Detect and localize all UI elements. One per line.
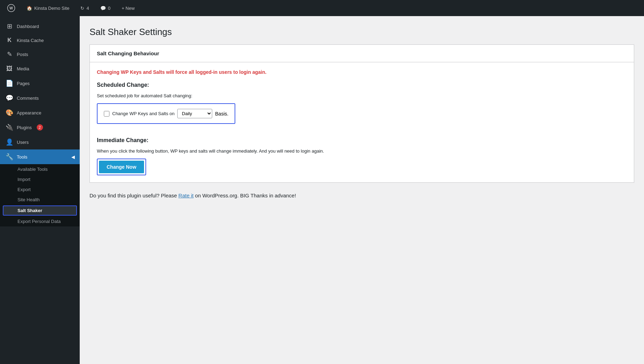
scheduled-checkbox-label: Change WP Keys and Salts on (112, 111, 174, 116)
home-icon: 🏠 (27, 6, 32, 11)
change-now-button[interactable]: Change Now (99, 161, 144, 173)
submenu-export-personal-data[interactable]: Export Personal Data (0, 216, 80, 226)
submenu-export[interactable]: Export (0, 184, 80, 195)
sidebar-item-appearance[interactable]: 🎨 Appearance (0, 105, 80, 120)
sidebar-label-users: Users (17, 140, 29, 145)
submenu-site-health[interactable]: Site Health (0, 195, 80, 205)
sidebar: ⊞ Dashboard K Kinsta Cache ✎ Posts 🖼 Med… (0, 16, 80, 364)
dashboard-icon: ⊞ (6, 22, 13, 30)
wp-logo-button[interactable]: W (4, 2, 18, 14)
tools-submenu: Available Tools Import Export Site Healt… (0, 164, 80, 226)
footer-text-2: on WordPress.org. BIG Thanks in advance! (194, 192, 296, 198)
updates-icon: ↻ (80, 6, 84, 11)
new-label: + New (122, 6, 135, 11)
sidebar-item-plugins[interactable]: 🔌 Plugins 2 (0, 120, 80, 135)
tools-icon: 🔧 (6, 153, 13, 161)
sidebar-label-posts: Posts (17, 52, 28, 57)
frequency-select[interactable]: Daily Weekly Monthly (177, 109, 212, 118)
scheduled-desc: Set scheduled job for automated Salt cha… (97, 93, 627, 98)
site-name-button[interactable]: 🏠 Kinsta Demo Site (24, 4, 72, 12)
posts-icon: ✎ (6, 50, 13, 58)
comments-sidebar-icon: 💬 (6, 94, 13, 102)
comments-count: 0 (108, 6, 110, 11)
plugins-badge: 2 (37, 124, 43, 131)
svg-text:W: W (9, 6, 13, 10)
immediate-section: Immediate Change: When you click the fol… (97, 137, 627, 175)
comments-icon: 💬 (100, 6, 106, 11)
admin-bar: W 🏠 Kinsta Demo Site ↻ 4 💬 0 + New (0, 0, 644, 16)
submenu-available-tools[interactable]: Available Tools (0, 164, 80, 174)
footer-text: Do you find this plugin useful? Please R… (90, 192, 634, 198)
rate-it-link[interactable]: Rate it (178, 192, 193, 198)
immediate-desc: When you click the following button, WP … (97, 148, 627, 154)
tools-arrow-icon: ◀ (71, 154, 75, 160)
sidebar-label-kinsta-cache: Kinsta Cache (17, 38, 44, 43)
sidebar-item-kinsta-cache[interactable]: K Kinsta Cache (0, 34, 80, 47)
comments-button[interactable]: 💬 0 (98, 4, 113, 12)
submenu-import[interactable]: Import (0, 174, 80, 184)
card-header: Salt Changing Behaviour (90, 45, 634, 62)
sidebar-label-pages: Pages (17, 81, 30, 86)
immediate-title: Immediate Change: (97, 137, 627, 144)
pages-icon: 📄 (6, 79, 13, 87)
page-title: Salt Shaker Settings (90, 27, 634, 37)
sidebar-item-pages[interactable]: 📄 Pages (0, 76, 80, 91)
kinsta-icon: K (6, 37, 13, 43)
sidebar-item-tools[interactable]: 🔧 Tools ◀ (0, 149, 80, 164)
sidebar-label-dashboard: Dashboard (17, 24, 39, 29)
media-icon: 🖼 (6, 65, 13, 72)
main-content: Salt Shaker Settings Salt Changing Behav… (80, 16, 644, 364)
site-name: Kinsta Demo Site (34, 6, 69, 11)
sidebar-item-dashboard[interactable]: ⊞ Dashboard (0, 19, 80, 34)
appearance-icon: 🎨 (6, 109, 13, 117)
sidebar-label-comments: Comments (17, 96, 39, 101)
sidebar-label-appearance: Appearance (17, 110, 41, 115)
scheduled-title: Scheduled Change: (97, 82, 627, 88)
sidebar-item-posts[interactable]: ✎ Posts (0, 47, 80, 62)
scheduled-box: Change WP Keys and Salts on Daily Weekly… (97, 103, 235, 124)
change-now-wrapper: Change Now (97, 159, 146, 175)
updates-count: 4 (86, 6, 89, 11)
plugins-icon: 🔌 (6, 124, 13, 131)
scheduled-checkbox[interactable] (104, 111, 109, 117)
footer-text-1: Do you find this plugin useful? Please (90, 192, 178, 198)
sidebar-item-users[interactable]: 👤 Users (0, 135, 80, 149)
sidebar-item-comments[interactable]: 💬 Comments (0, 91, 80, 105)
card-body: Changing WP Keys and Salts will force al… (90, 62, 634, 182)
sidebar-label-plugins: Plugins (17, 125, 32, 130)
new-button[interactable]: + New (119, 4, 137, 12)
sidebar-item-media[interactable]: 🖼 Media (0, 62, 80, 76)
submenu-salt-shaker[interactable]: Salt Shaker (3, 205, 77, 216)
sidebar-label-tools: Tools (17, 154, 27, 160)
main-layout: ⊞ Dashboard K Kinsta Cache ✎ Posts 🖼 Med… (0, 16, 644, 364)
sidebar-label-media: Media (17, 66, 29, 71)
basis-label: Basis. (215, 111, 228, 117)
wp-logo-icon: W (7, 4, 15, 12)
updates-button[interactable]: ↻ 4 (78, 4, 92, 12)
warning-text: Changing WP Keys and Salts will force al… (97, 69, 627, 75)
settings-card: Salt Changing Behaviour Changing WP Keys… (90, 44, 634, 183)
users-icon: 👤 (6, 138, 13, 146)
